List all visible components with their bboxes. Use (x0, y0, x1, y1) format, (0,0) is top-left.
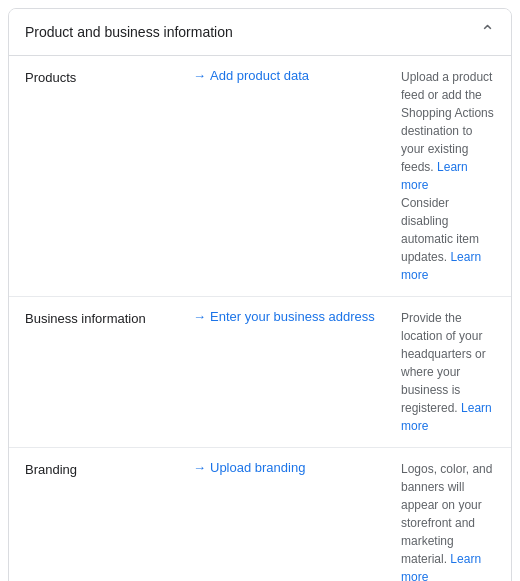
row-products: Products → Add product data Upload a pro… (9, 56, 511, 297)
action-products: → Add product data (193, 68, 393, 83)
rows-container: Products → Add product data Upload a pro… (9, 56, 511, 581)
label-branding: Branding (25, 460, 185, 477)
arrow-icon-products: → (193, 69, 206, 82)
link-products[interactable]: → Add product data (193, 68, 309, 83)
link-branding[interactable]: → Upload branding (193, 460, 305, 475)
section-header: Product and business information ⌃ (9, 9, 511, 56)
label-business-information: Business information (25, 309, 185, 326)
desc-products: Upload a product feed or add the Shoppin… (401, 68, 495, 284)
desc-branding: Logos, color, and banners will appear on… (401, 460, 495, 581)
product-business-section: Product and business information ⌃ Produ… (8, 8, 512, 581)
row-business-information: Business information → Enter your busine… (9, 297, 511, 448)
action-business-information: → Enter your business address (193, 309, 393, 324)
row-branding: Branding → Upload branding Logos, color,… (9, 448, 511, 581)
action-branding: → Upload branding (193, 460, 393, 475)
arrow-icon-branding: → (193, 461, 206, 474)
link-business-information[interactable]: → Enter your business address (193, 309, 375, 324)
arrow-icon-business: → (193, 310, 206, 323)
section-title: Product and business information (25, 24, 233, 40)
collapse-icon[interactable]: ⌃ (480, 21, 495, 43)
desc-business-information: Provide the location of your headquarter… (401, 309, 495, 435)
label-products: Products (25, 68, 185, 85)
